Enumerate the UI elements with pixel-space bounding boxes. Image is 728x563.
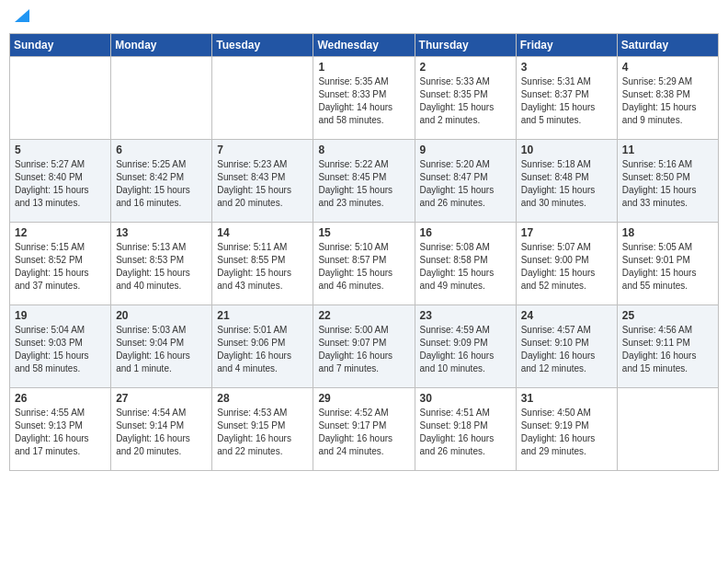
day-info: Sunrise: 4:55 AM Sunset: 9:13 PM Dayligh… [15, 407, 106, 458]
calendar-cell: 9Sunrise: 5:20 AM Sunset: 8:47 PM Daylig… [415, 140, 516, 223]
day-info: Sunrise: 5:11 AM Sunset: 8:55 PM Dayligh… [217, 241, 308, 293]
day-info: Sunrise: 4:53 AM Sunset: 9:15 PM Dayligh… [217, 407, 308, 458]
day-number: 19 [15, 309, 106, 322]
calendar-cell: 27Sunrise: 4:54 AM Sunset: 9:14 PM Dayli… [111, 388, 212, 471]
calendar-cell: 16Sunrise: 5:08 AM Sunset: 8:58 PM Dayli… [415, 223, 516, 305]
day-number: 21 [217, 309, 308, 322]
day-number: 18 [622, 226, 713, 239]
calendar-cell: 5Sunrise: 5:27 AM Sunset: 8:40 PM Daylig… [10, 140, 111, 223]
calendar-cell: 31Sunrise: 4:50 AM Sunset: 9:19 PM Dayli… [516, 388, 617, 471]
day-number: 25 [622, 309, 713, 322]
calendar-cell: 20Sunrise: 5:03 AM Sunset: 9:04 PM Dayli… [111, 305, 212, 388]
calendar-cell: 29Sunrise: 4:52 AM Sunset: 9:17 PM Dayli… [313, 388, 415, 471]
day-info: Sunrise: 4:50 AM Sunset: 9:19 PM Dayligh… [521, 407, 612, 458]
day-number: 6 [116, 144, 207, 156]
svg-marker-0 [15, 9, 29, 22]
day-info: Sunrise: 5:22 AM Sunset: 8:45 PM Dayligh… [318, 158, 409, 210]
calendar-cell: 3Sunrise: 5:31 AM Sunset: 8:37 PM Daylig… [516, 57, 617, 140]
week-row-1: 1Sunrise: 5:35 AM Sunset: 8:33 PM Daylig… [10, 57, 719, 140]
day-number: 22 [318, 309, 409, 322]
day-info: Sunrise: 5:07 AM Sunset: 9:00 PM Dayligh… [521, 241, 612, 293]
calendar-cell: 6Sunrise: 5:25 AM Sunset: 8:42 PM Daylig… [111, 140, 212, 223]
calendar-cell [10, 57, 111, 140]
day-info: Sunrise: 5:33 AM Sunset: 8:35 PM Dayligh… [420, 75, 511, 127]
day-info: Sunrise: 4:56 AM Sunset: 9:11 PM Dayligh… [622, 324, 713, 375]
week-row-5: 26Sunrise: 4:55 AM Sunset: 9:13 PM Dayli… [10, 388, 719, 471]
header-day-thursday: Thursday [415, 34, 516, 57]
calendar-cell [111, 57, 212, 140]
calendar-cell: 8Sunrise: 5:22 AM Sunset: 8:45 PM Daylig… [313, 140, 415, 223]
day-info: Sunrise: 5:00 AM Sunset: 9:07 PM Dayligh… [318, 324, 409, 375]
calendar-cell: 13Sunrise: 5:13 AM Sunset: 8:53 PM Dayli… [111, 223, 212, 305]
day-info: Sunrise: 5:31 AM Sunset: 8:37 PM Dayligh… [521, 75, 612, 127]
calendar-cell: 12Sunrise: 5:15 AM Sunset: 8:52 PM Dayli… [10, 223, 111, 305]
week-row-4: 19Sunrise: 5:04 AM Sunset: 9:03 PM Dayli… [10, 305, 719, 388]
day-number: 26 [15, 392, 106, 405]
calendar-cell: 2Sunrise: 5:33 AM Sunset: 8:35 PM Daylig… [415, 57, 516, 140]
calendar-cell: 10Sunrise: 5:18 AM Sunset: 8:48 PM Dayli… [516, 140, 617, 223]
day-number: 27 [116, 392, 207, 405]
header-row: SundayMondayTuesdayWednesdayThursdayFrid… [10, 34, 719, 57]
header-day-friday: Friday [516, 34, 617, 57]
week-row-2: 5Sunrise: 5:27 AM Sunset: 8:40 PM Daylig… [10, 140, 719, 223]
calendar-cell: 18Sunrise: 5:05 AM Sunset: 9:01 PM Dayli… [617, 223, 718, 305]
calendar-cell: 23Sunrise: 4:59 AM Sunset: 9:09 PM Dayli… [415, 305, 516, 388]
day-info: Sunrise: 5:35 AM Sunset: 8:33 PM Dayligh… [318, 75, 409, 127]
calendar-cell: 24Sunrise: 4:57 AM Sunset: 9:10 PM Dayli… [516, 305, 617, 388]
day-info: Sunrise: 4:59 AM Sunset: 9:09 PM Dayligh… [420, 324, 511, 375]
day-number: 10 [521, 144, 612, 156]
day-info: Sunrise: 4:57 AM Sunset: 9:10 PM Dayligh… [521, 324, 612, 375]
calendar-cell: 1Sunrise: 5:35 AM Sunset: 8:33 PM Daylig… [313, 57, 415, 140]
day-info: Sunrise: 4:52 AM Sunset: 9:17 PM Dayligh… [318, 407, 409, 458]
header-day-saturday: Saturday [617, 34, 718, 57]
day-number: 12 [15, 226, 106, 239]
calendar-cell [617, 388, 718, 471]
day-info: Sunrise: 5:29 AM Sunset: 8:38 PM Dayligh… [622, 75, 713, 127]
day-info: Sunrise: 5:13 AM Sunset: 8:53 PM Dayligh… [116, 241, 207, 293]
header-day-wednesday: Wednesday [313, 34, 415, 57]
day-info: Sunrise: 5:16 AM Sunset: 8:50 PM Dayligh… [622, 158, 713, 210]
calendar-cell: 15Sunrise: 5:10 AM Sunset: 8:57 PM Dayli… [313, 223, 415, 305]
logo-icon [15, 9, 29, 22]
day-info: Sunrise: 5:15 AM Sunset: 8:52 PM Dayligh… [15, 241, 106, 293]
calendar-cell: 19Sunrise: 5:04 AM Sunset: 9:03 PM Dayli… [10, 305, 111, 388]
day-number: 24 [521, 309, 612, 322]
calendar-cell: 4Sunrise: 5:29 AM Sunset: 8:38 PM Daylig… [617, 57, 718, 140]
calendar-cell: 30Sunrise: 4:51 AM Sunset: 9:18 PM Dayli… [415, 388, 516, 471]
day-number: 2 [420, 61, 511, 74]
day-number: 28 [217, 392, 308, 405]
day-number: 8 [318, 144, 409, 156]
day-info: Sunrise: 5:27 AM Sunset: 8:40 PM Dayligh… [15, 158, 106, 210]
day-number: 14 [217, 226, 308, 239]
calendar-cell: 14Sunrise: 5:11 AM Sunset: 8:55 PM Dayli… [212, 223, 313, 305]
header-day-sunday: Sunday [10, 34, 111, 57]
day-number: 13 [116, 226, 207, 239]
day-number: 20 [116, 309, 207, 322]
calendar-cell: 21Sunrise: 5:01 AM Sunset: 9:06 PM Dayli… [212, 305, 313, 388]
day-number: 29 [318, 392, 409, 405]
day-number: 31 [521, 392, 612, 405]
day-number: 1 [318, 61, 409, 74]
day-info: Sunrise: 4:51 AM Sunset: 9:18 PM Dayligh… [420, 407, 511, 458]
day-number: 9 [420, 144, 511, 156]
day-info: Sunrise: 5:10 AM Sunset: 8:57 PM Dayligh… [318, 241, 409, 293]
day-info: Sunrise: 5:25 AM Sunset: 8:42 PM Dayligh… [116, 158, 207, 210]
calendar-cell: 17Sunrise: 5:07 AM Sunset: 9:00 PM Dayli… [516, 223, 617, 305]
day-info: Sunrise: 5:08 AM Sunset: 8:58 PM Dayligh… [420, 241, 511, 293]
calendar-cell: 25Sunrise: 4:56 AM Sunset: 9:11 PM Dayli… [617, 305, 718, 388]
week-row-3: 12Sunrise: 5:15 AM Sunset: 8:52 PM Dayli… [10, 223, 719, 305]
day-number: 4 [622, 61, 713, 74]
day-info: Sunrise: 5:20 AM Sunset: 8:47 PM Dayligh… [420, 158, 511, 210]
page-header [9, 9, 719, 28]
day-number: 3 [521, 61, 612, 74]
calendar-cell: 7Sunrise: 5:23 AM Sunset: 8:43 PM Daylig… [212, 140, 313, 223]
header-day-monday: Monday [111, 34, 212, 57]
day-number: 16 [420, 226, 511, 239]
header-day-tuesday: Tuesday [212, 34, 313, 57]
calendar-cell [212, 57, 313, 140]
day-info: Sunrise: 5:05 AM Sunset: 9:01 PM Dayligh… [622, 241, 713, 293]
calendar-cell: 26Sunrise: 4:55 AM Sunset: 9:13 PM Dayli… [10, 388, 111, 471]
logo [13, 9, 29, 28]
day-number: 7 [217, 144, 308, 156]
day-info: Sunrise: 4:54 AM Sunset: 9:14 PM Dayligh… [116, 407, 207, 458]
